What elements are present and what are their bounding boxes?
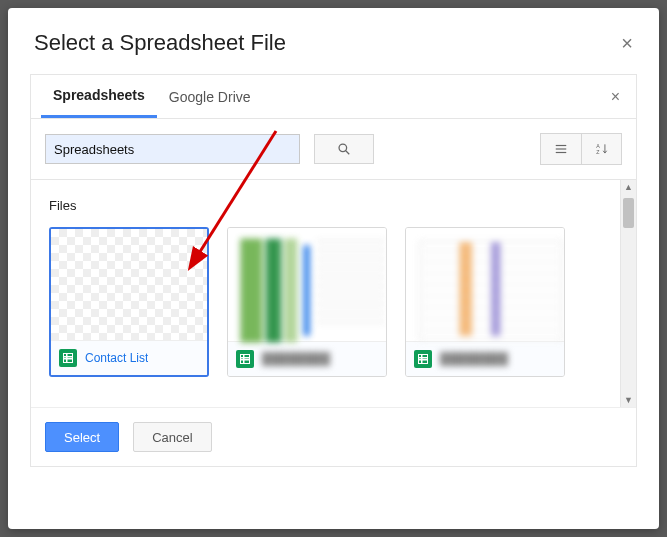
close-icon[interactable]: × [621,33,633,53]
svg-point-0 [339,144,347,152]
picker-panel: Spreadsheets Google Drive × A [30,74,637,467]
search-button[interactable] [314,134,374,164]
sort-button[interactable]: A Z [581,134,621,164]
scrollbar-thumb[interactable] [623,198,634,228]
select-button[interactable]: Select [45,422,119,452]
file-caption: Contact List [51,340,207,375]
tabs-close-icon[interactable]: × [605,88,626,106]
svg-rect-10 [304,245,310,335]
sheets-icon [414,350,432,368]
dialog-footer: Select Cancel [31,407,636,466]
file-thumbnail [51,229,207,340]
svg-line-1 [346,151,350,155]
svg-rect-23 [491,242,500,335]
sort-az-icon: A Z [594,142,610,156]
file-name: Contact List [85,351,148,365]
list-view-button[interactable] [541,134,581,164]
svg-rect-22 [459,242,472,335]
file-card[interactable]: ████████ [227,227,387,377]
svg-rect-8 [266,239,282,343]
file-thumbnail [228,228,386,341]
cancel-button[interactable]: Cancel [133,422,211,452]
tab-google-drive[interactable]: Google Drive [157,75,263,118]
scroll-up-icon[interactable]: ▲ [621,180,636,194]
files-area: Files Contact List [31,179,636,407]
svg-rect-9 [285,239,298,343]
file-name: ████████ [262,352,330,366]
sheets-icon [236,350,254,368]
tab-spreadsheets[interactable]: Spreadsheets [41,75,157,118]
search-icon [337,142,351,156]
view-sort-group: A Z [540,133,622,165]
file-card[interactable]: ████████ [405,227,565,377]
file-thumbnail [406,228,564,341]
dialog-titlebar: Select a Spreadsheet File × [30,30,637,56]
files-grid: Contact List [31,219,636,377]
svg-rect-7 [240,239,262,343]
scroll-down-icon[interactable]: ▼ [621,393,636,407]
dialog-title: Select a Spreadsheet File [34,30,286,56]
sheets-icon [59,349,77,367]
svg-text:Z: Z [596,149,600,155]
file-card[interactable]: Contact List [49,227,209,377]
files-heading: Files [31,180,636,219]
file-picker-dialog: Select a Spreadsheet File × Spreadsheets… [8,8,659,529]
search-input[interactable] [45,134,300,164]
picker-toolbar: A Z [31,119,636,179]
picker-tabs: Spreadsheets Google Drive × [31,75,636,119]
svg-text:A: A [596,143,600,149]
file-name: ████████ [440,352,508,366]
scrollbar[interactable]: ▲ ▼ [620,180,636,407]
list-view-icon [553,142,569,156]
